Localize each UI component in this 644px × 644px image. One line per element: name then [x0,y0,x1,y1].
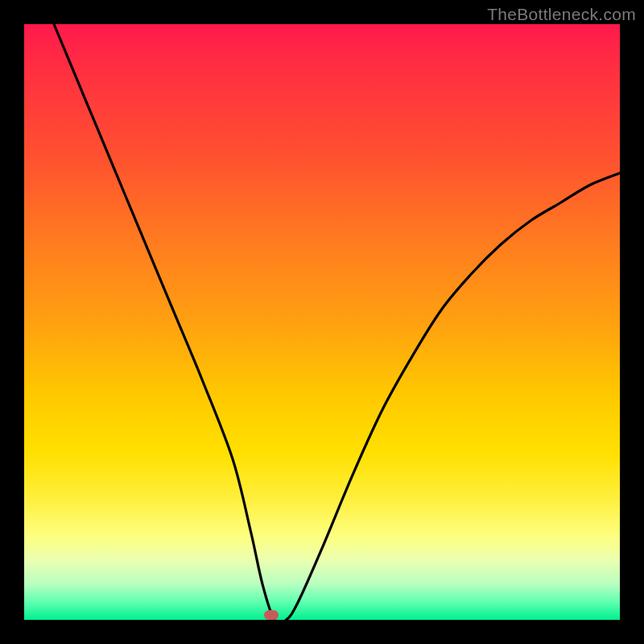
optimal-marker [264,610,279,620]
plot-area [24,24,620,620]
bottleneck-curve [24,24,620,620]
chart-frame: TheBottleneck.com [0,0,644,644]
watermark-text: TheBottleneck.com [487,5,636,24]
